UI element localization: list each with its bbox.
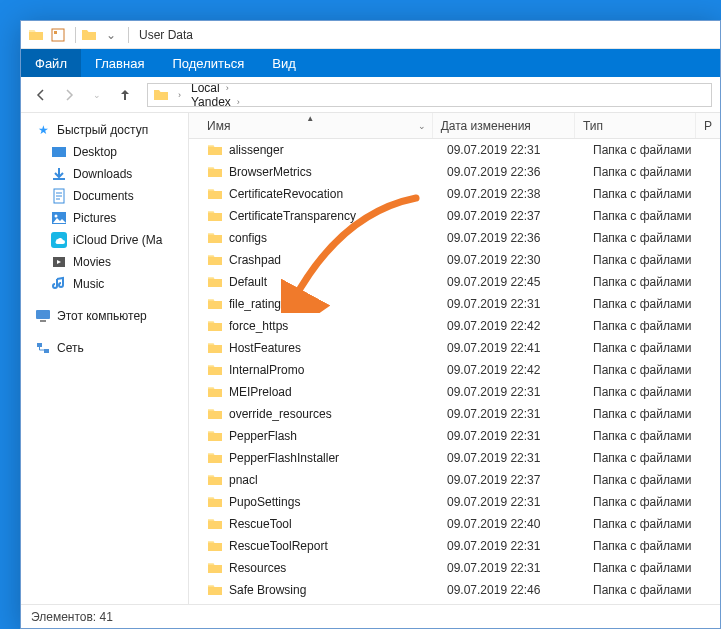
file-name: CertificateRevocation (229, 187, 343, 201)
network-icon (35, 340, 51, 356)
music-icon (51, 276, 67, 292)
file-type: Папка с файлами (585, 231, 709, 245)
sidebar-item[interactable]: Desktop (21, 141, 188, 163)
qat-dropdown-icon[interactable]: ⌄ (102, 26, 120, 44)
sidebar-item[interactable]: Music (21, 273, 188, 295)
table-row[interactable]: Crashpad09.07.2019 22:30Папка с файлами (189, 249, 720, 271)
table-row[interactable]: RescueTool09.07.2019 22:40Папка с файлам… (189, 513, 720, 535)
file-name: MEIPreload (229, 385, 292, 399)
breadcrumb-root-chevron[interactable]: › (170, 90, 187, 100)
table-row[interactable]: CertificateTransparency09.07.2019 22:37П… (189, 205, 720, 227)
file-date: 09.07.2019 22:46 (439, 583, 585, 597)
file-date: 09.07.2019 22:42 (439, 319, 585, 333)
sidebar-this-pc[interactable]: Этот компьютер (21, 305, 188, 327)
file-type: Папка с файлами (585, 495, 709, 509)
table-row[interactable]: Safe Browsing09.07.2019 22:46Папка с фай… (189, 579, 720, 601)
file-name: CertificateTransparency (229, 209, 356, 223)
table-row[interactable]: configs09.07.2019 22:36Папка с файлами (189, 227, 720, 249)
file-type: Папка с файлами (585, 275, 709, 289)
table-row[interactable]: RescueToolReport09.07.2019 22:31Папка с … (189, 535, 720, 557)
file-name: PepperFlashInstaller (229, 451, 339, 465)
table-row[interactable]: MEIPreload09.07.2019 22:31Папка с файлам… (189, 381, 720, 403)
qat-open-icon[interactable] (80, 26, 98, 44)
file-type: Папка с файлами (585, 319, 709, 333)
folder-icon (207, 384, 223, 400)
table-row[interactable]: PupoSettings09.07.2019 22:31Папка с файл… (189, 491, 720, 513)
column-dropdown-icon[interactable]: ⌄ (418, 121, 426, 131)
file-date: 09.07.2019 22:31 (439, 385, 585, 399)
column-name[interactable]: ▲ Имя ⌄ (189, 113, 433, 138)
sidebar-network[interactable]: Сеть (21, 337, 188, 359)
file-type: Папка с файлами (585, 385, 709, 399)
navigation-pane: ★ Быстрый доступ DesktopDownloadsDocumen… (21, 113, 189, 604)
file-date: 09.07.2019 22:31 (439, 451, 585, 465)
folder-icon (207, 582, 223, 598)
column-type[interactable]: Тип (575, 113, 696, 138)
table-row[interactable]: Default09.07.2019 22:45Папка с файлами (189, 271, 720, 293)
table-row[interactable]: BrowserMetrics09.07.2019 22:36Папка с фа… (189, 161, 720, 183)
table-row[interactable]: PepperFlash09.07.2019 22:31Папка с файла… (189, 425, 720, 447)
file-date: 09.07.2019 22:30 (439, 253, 585, 267)
tab-file[interactable]: Файл (21, 49, 81, 77)
svg-rect-2 (52, 147, 66, 157)
sidebar-item[interactable]: iCloud Drive (Ma (21, 229, 188, 251)
sidebar-quick-access[interactable]: ★ Быстрый доступ (21, 119, 188, 141)
tab-view[interactable]: Вид (258, 49, 310, 77)
nav-recent-dropdown[interactable]: ⌄ (85, 83, 109, 107)
sidebar-item[interactable]: Movies (21, 251, 188, 273)
file-name: file_rating (229, 297, 281, 311)
sidebar-item-label: Этот компьютер (57, 309, 147, 323)
desktop-icon (51, 144, 67, 160)
table-row[interactable]: InternalPromo09.07.2019 22:42Папка с фай… (189, 359, 720, 381)
breadcrumb-segment[interactable]: Local› (187, 83, 290, 95)
table-row[interactable]: alissenger09.07.2019 22:31Папка с файлам… (189, 139, 720, 161)
column-date[interactable]: Дата изменения (433, 113, 575, 138)
sidebar-item[interactable]: Pictures (21, 207, 188, 229)
file-name: override_resources (229, 407, 332, 421)
table-row[interactable]: Resources09.07.2019 22:31Папка с файлами (189, 557, 720, 579)
sidebar-item[interactable]: Documents (21, 185, 188, 207)
table-row[interactable]: file_rating09.07.2019 22:31Папка с файла… (189, 293, 720, 315)
folder-icon (207, 274, 223, 290)
svg-rect-11 (37, 343, 42, 347)
sidebar-item[interactable]: Downloads (21, 163, 188, 185)
tab-home[interactable]: Главная (81, 49, 158, 77)
breadcrumb-segment[interactable]: Yandex› (187, 95, 290, 107)
file-date: 09.07.2019 22:37 (439, 209, 585, 223)
table-row[interactable]: pnacl09.07.2019 22:37Папка с файлами (189, 469, 720, 491)
file-type: Папка с файлами (585, 341, 709, 355)
sort-asc-icon: ▲ (306, 114, 314, 123)
file-type: Папка с файлами (585, 253, 709, 267)
folder-icon (207, 516, 223, 532)
file-name: BrowserMetrics (229, 165, 312, 179)
table-row[interactable]: override_resources09.07.2019 22:31Папка … (189, 403, 720, 425)
table-row[interactable]: PepperFlashInstaller09.07.2019 22:31Папк… (189, 447, 720, 469)
tab-share[interactable]: Поделиться (158, 49, 258, 77)
file-name: pnacl (229, 473, 258, 487)
file-date: 09.07.2019 22:31 (439, 297, 585, 311)
breadcrumb[interactable]: › vladimirkovylov›AppData›Local›Yandex›Y… (147, 83, 712, 107)
table-row[interactable]: HostFeatures09.07.2019 22:41Папка с файл… (189, 337, 720, 359)
file-list-pane: ▲ Имя ⌄ Дата изменения Тип Р alissenger0… (189, 113, 720, 604)
file-type: Папка с файлами (585, 561, 709, 575)
file-date: 09.07.2019 22:31 (439, 143, 585, 157)
file-name: alissenger (229, 143, 284, 157)
file-type: Папка с файлами (585, 429, 709, 443)
file-name: PepperFlash (229, 429, 297, 443)
nav-back-button[interactable] (29, 83, 53, 107)
qat-properties-icon[interactable] (49, 26, 67, 44)
nav-up-button[interactable] (113, 83, 137, 107)
sidebar-item-label: Movies (73, 255, 111, 269)
monitor-icon (35, 308, 51, 324)
folder-icon (207, 208, 223, 224)
table-row[interactable]: CertificateRevocation09.07.2019 22:38Пап… (189, 183, 720, 205)
star-icon: ★ (35, 122, 51, 138)
table-row[interactable]: force_https09.07.2019 22:42Папка с файла… (189, 315, 720, 337)
nav-forward-button[interactable] (57, 83, 81, 107)
folder-icon (207, 230, 223, 246)
file-name: Resources (229, 561, 286, 575)
column-size[interactable]: Р (696, 113, 720, 138)
document-icon (51, 188, 67, 204)
folder-icon (207, 538, 223, 554)
svg-rect-9 (36, 310, 50, 319)
